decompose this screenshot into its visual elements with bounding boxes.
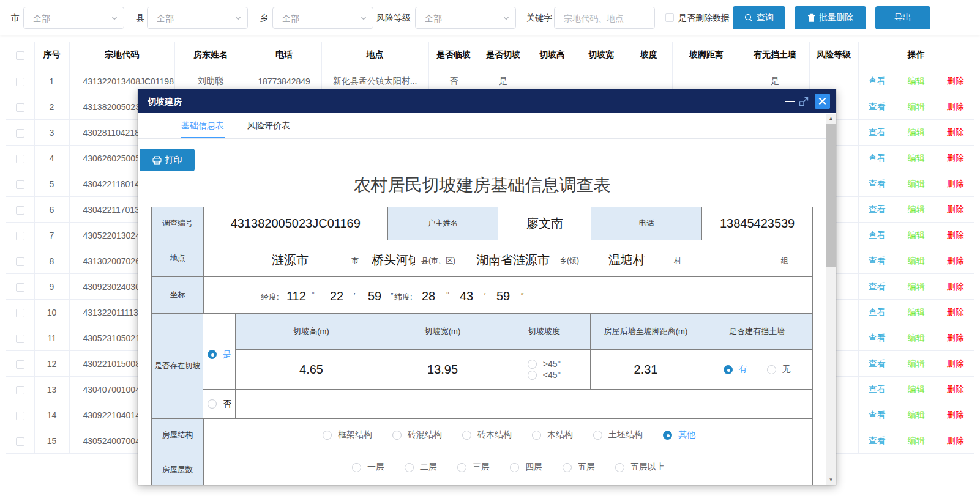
- edit-link[interactable]: 编辑: [908, 435, 925, 446]
- show-deleted-checkbox[interactable]: [665, 13, 674, 22]
- delete-link[interactable]: 删除: [947, 179, 964, 190]
- cut-header-4: 是否建有挡土墙: [701, 314, 813, 350]
- delete-link[interactable]: 删除: [947, 307, 964, 318]
- row-checkbox[interactable]: [16, 437, 24, 446]
- delete-link[interactable]: 删除: [947, 76, 964, 87]
- edit-link[interactable]: 编辑: [908, 384, 925, 395]
- edit-link[interactable]: 编辑: [908, 256, 925, 267]
- edit-link[interactable]: 编辑: [908, 358, 925, 369]
- scroll-down-icon[interactable]: ▼: [826, 475, 836, 485]
- edit-link[interactable]: 编辑: [908, 153, 925, 164]
- slope-lt45-radio[interactable]: <45°: [528, 370, 561, 380]
- city-select[interactable]: 全部: [23, 7, 124, 29]
- row-checkbox[interactable]: [16, 232, 24, 240]
- view-link[interactable]: 查看: [869, 281, 886, 292]
- delete-link[interactable]: 删除: [947, 333, 964, 344]
- edit-link[interactable]: 编辑: [908, 333, 925, 344]
- floor-radio[interactable]: 五层以上: [615, 462, 665, 473]
- view-link[interactable]: 查看: [869, 410, 886, 421]
- view-link[interactable]: 查看: [869, 127, 886, 138]
- delete-link[interactable]: 删除: [947, 384, 964, 395]
- export-button[interactable]: 导出: [875, 6, 930, 29]
- row-checkbox[interactable]: [16, 206, 24, 215]
- edit-link[interactable]: 编辑: [908, 127, 925, 138]
- risk-level-select[interactable]: 全部: [415, 7, 516, 29]
- query-button[interactable]: 查询: [733, 6, 785, 29]
- row-checkbox[interactable]: [16, 386, 24, 394]
- structure-radio[interactable]: 木结构: [532, 429, 573, 440]
- view-link[interactable]: 查看: [869, 358, 886, 369]
- modal-scrollbar[interactable]: ▲ ▼: [826, 114, 836, 485]
- structure-radio[interactable]: 土坯结构: [593, 429, 643, 440]
- edit-link[interactable]: 编辑: [908, 307, 925, 318]
- structure-radio[interactable]: 其他: [663, 429, 695, 440]
- floor-radio[interactable]: 五层: [563, 462, 595, 473]
- view-link[interactable]: 查看: [869, 307, 886, 318]
- view-link[interactable]: 查看: [869, 153, 886, 164]
- maximize-icon[interactable]: [799, 96, 809, 106]
- edit-link[interactable]: 编辑: [908, 281, 925, 292]
- delete-link[interactable]: 删除: [947, 102, 964, 113]
- floor-radio[interactable]: 一层: [352, 462, 384, 473]
- minimize-icon[interactable]: [785, 101, 795, 102]
- row-checkbox[interactable]: [16, 129, 24, 138]
- row-checkbox[interactable]: [16, 155, 24, 163]
- edit-link[interactable]: 编辑: [908, 204, 925, 215]
- edit-link[interactable]: 编辑: [908, 179, 925, 190]
- row-checkbox[interactable]: [16, 309, 24, 317]
- batch-delete-button[interactable]: 批量删除: [795, 6, 866, 29]
- floor-radio[interactable]: 二层: [405, 462, 437, 473]
- close-icon[interactable]: [815, 94, 830, 109]
- view-link[interactable]: 查看: [869, 204, 886, 215]
- wall-yes-radio[interactable]: 有: [724, 364, 747, 375]
- edit-link[interactable]: 编辑: [908, 102, 925, 113]
- view-link[interactable]: 查看: [869, 384, 886, 395]
- floor-radio[interactable]: 三层: [457, 462, 490, 473]
- row-checkbox[interactable]: [16, 412, 24, 420]
- view-link[interactable]: 查看: [869, 102, 886, 113]
- row-checkbox[interactable]: [16, 360, 24, 369]
- row-checkbox[interactable]: [16, 335, 24, 343]
- view-link[interactable]: 查看: [869, 230, 886, 241]
- select-all-checkbox[interactable]: [16, 51, 24, 60]
- cut-exist-yes-radio[interactable]: 是: [208, 349, 231, 360]
- scroll-up-icon[interactable]: ▲: [826, 114, 836, 124]
- delete-link[interactable]: 删除: [947, 410, 964, 421]
- edit-link[interactable]: 编辑: [908, 230, 925, 241]
- print-button[interactable]: 打印: [140, 149, 195, 171]
- view-link[interactable]: 查看: [869, 179, 886, 190]
- view-link[interactable]: 查看: [869, 76, 886, 87]
- delete-link[interactable]: 删除: [947, 281, 964, 292]
- county-select[interactable]: 全部: [147, 7, 248, 29]
- row-checkbox[interactable]: [16, 283, 24, 292]
- cell-checkbox: [6, 171, 34, 197]
- delete-link[interactable]: 删除: [947, 153, 964, 164]
- row-checkbox[interactable]: [16, 103, 24, 112]
- wall-no-radio[interactable]: 无: [767, 364, 791, 375]
- tab-risk-eval[interactable]: 风险评价表: [247, 113, 290, 138]
- scroll-thumb[interactable]: [826, 124, 836, 267]
- slope-gt45-radio[interactable]: >45°: [528, 359, 561, 369]
- delete-link[interactable]: 删除: [947, 230, 964, 241]
- delete-link[interactable]: 删除: [947, 358, 964, 369]
- row-checkbox[interactable]: [16, 257, 24, 266]
- view-link[interactable]: 查看: [869, 256, 886, 267]
- delete-link[interactable]: 删除: [947, 435, 964, 446]
- delete-link[interactable]: 删除: [947, 127, 964, 138]
- edit-link[interactable]: 编辑: [908, 76, 925, 87]
- delete-link[interactable]: 删除: [947, 256, 964, 267]
- town-select[interactable]: 全部: [272, 7, 373, 29]
- structure-radio[interactable]: 砖混结构: [392, 429, 442, 440]
- view-link[interactable]: 查看: [869, 435, 886, 446]
- view-link[interactable]: 查看: [869, 333, 886, 344]
- tab-basic-info[interactable]: 基础信息表: [181, 113, 224, 138]
- edit-link[interactable]: 编辑: [908, 410, 925, 421]
- keyword-input[interactable]: 宗地代码、地点: [554, 7, 655, 29]
- delete-link[interactable]: 删除: [947, 204, 964, 215]
- floor-radio[interactable]: 四层: [510, 462, 542, 473]
- row-checkbox[interactable]: [16, 180, 24, 189]
- cut-exist-no-radio[interactable]: 否: [208, 399, 231, 410]
- structure-radio[interactable]: 框架结构: [323, 429, 372, 440]
- structure-radio[interactable]: 砖木结构: [462, 429, 512, 440]
- row-checkbox[interactable]: [16, 78, 24, 86]
